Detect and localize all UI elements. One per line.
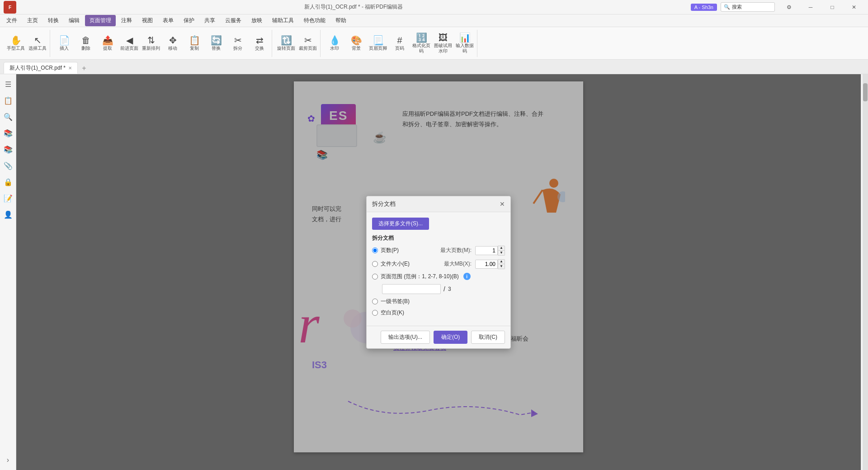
menu-share[interactable]: 共享 [200,15,220,26]
sidebar-icon-bookmarks[interactable]: 📚 [2,127,14,139]
menu-cloud[interactable]: 云服务 [221,15,246,26]
sidebar-expand-button[interactable]: › [2,454,14,466]
max-pages-up[interactable]: ▲ [498,246,505,251]
insert-label: 插入 [60,46,69,51]
max-pages-input[interactable]: ▲ ▼ [475,246,505,256]
menu-view[interactable]: 视图 [137,15,157,26]
select-files-button[interactable]: 选择更多文件(S)... [372,218,429,230]
crop-icon: ✂ [304,36,312,45]
move-button[interactable]: ✥ 移动 [162,31,183,56]
format-pagenum-button[interactable]: 🔢 格式化页码 [411,31,432,56]
copy-button[interactable]: 📋 复制 [184,31,205,56]
max-mb-input[interactable]: ▲ ▼ [475,259,505,269]
sidebar-icon-attachments[interactable]: 📎 [2,159,14,172]
menu-help[interactable]: 帮助 [331,15,351,26]
forward-button[interactable]: ◀ 前进页面 [119,31,140,56]
replace-button[interactable]: 🔄 替换 [206,31,226,56]
tab-main[interactable]: 新人引导(1)_OCR.pdf * ✕ [4,62,78,74]
delete-button[interactable]: 🗑 删除 [75,31,96,56]
menu-features[interactable]: 特色功能 [299,15,330,26]
search-box[interactable]: 🔍 搜索 [721,2,775,12]
radio-filesize[interactable] [372,261,378,267]
page-total: 3 [448,286,451,292]
radio-bookmark-row: 一级书签(B) [372,298,505,305]
output-options-button[interactable]: 输出选项(U)... [381,331,430,344]
sidebar-icon-pages[interactable]: 📋 [2,94,14,107]
search-label: 搜索 [732,4,742,10]
menu-form[interactable]: 表单 [158,15,178,26]
rotate-button[interactable]: 🔃 旋转页面 [276,31,297,56]
menu-protect[interactable]: 保护 [179,15,199,26]
app-logo: F [4,1,16,14]
dialog-footer: 输出选项(U)... 确定(O) 取消(C) [367,326,510,348]
tool-group-pages: 📄 插入 🗑 删除 📤 提取 ◀ 前进页面 ⇅ 重新排列 ✥ 移动 📋 复制 🔄 [52,30,272,57]
scrollbar[interactable] [863,74,868,470]
radio-blankpage-row: 空白页(K) [372,309,505,317]
sidebar-icon-comments[interactable]: 📝 [2,192,14,204]
tab-title: 新人引导(1)_OCR.pdf * [9,64,66,72]
menu-present[interactable]: 放映 [247,15,267,26]
settings-icon[interactable]: ⚙ [778,1,799,14]
swap-button[interactable]: ⇄ 交换 [249,31,270,56]
split-button[interactable]: ✂ 拆分 [227,31,248,56]
scroll-thumb[interactable] [863,83,868,101]
headerfooter-label: 页眉页脚 [369,46,387,51]
max-pages-down[interactable]: ▼ [498,251,505,256]
sidebar-icon-user[interactable]: 👤 [2,208,14,221]
max-pages-label: 最大页数(M): [435,247,472,254]
max-mb-down[interactable]: ▼ [498,264,505,269]
sidebar-left: ☰ 📋 🔍 📚 📚 📎 🔒 📝 👤 › [0,74,16,470]
split-label: 拆分 [233,46,242,51]
watermark-button[interactable]: 💧 水印 [324,31,345,56]
page-range-row: / 3 [382,284,505,294]
maximize-button[interactable]: □ [822,1,843,14]
minimize-button[interactable]: ─ [800,1,821,14]
headerfooter-button[interactable]: 📃 页眉页脚 [368,31,388,56]
trial-watermark-button[interactable]: 🖼 图破试用水印 [433,31,453,56]
dialog-close-button[interactable]: ✕ [500,200,505,208]
close-button[interactable]: ✕ [844,1,864,14]
menu-comment[interactable]: 注释 [117,15,137,26]
radio-bookmark-label: 一级书签(B) [381,298,410,305]
radio-bookmark[interactable] [372,299,378,304]
page-range-input[interactable] [382,284,441,294]
insert-button[interactable]: 📄 插入 [54,31,75,56]
radio-blankpage[interactable] [372,310,378,316]
reorder-button[interactable]: ⇅ 重新排列 [141,31,161,56]
max-mb-up[interactable]: ▲ [498,259,505,264]
window-controls: ⚙ ─ □ ✕ [778,1,864,14]
menu-edit[interactable]: 编辑 [64,15,84,26]
radio-pages-label: 页数(P) [381,247,399,254]
max-mb-row: 最大MB(X): ▲ ▼ [435,259,505,269]
user-badge: A - Sh3n [691,4,717,11]
pagenum-button[interactable]: # 页码 [389,31,410,56]
sidebar-icon-menu[interactable]: ☰ [2,78,14,90]
rotate-label: 旋转页面 [277,46,295,51]
radio-pagerange[interactable] [372,274,378,280]
tool-group-select: ✋ 手型工具 ↖ 选择工具 [4,30,50,57]
cancel-button[interactable]: 取消(C) [471,331,505,344]
background-button[interactable]: 🎨 背景 [346,31,367,56]
sidebar-icon-layers[interactable]: 📚 [2,143,14,156]
sidebar-icon-security[interactable]: 🔒 [2,176,14,188]
menu-pages[interactable]: 页面管理 [85,15,116,26]
crop-button[interactable]: ✂ 裁剪页面 [297,31,318,56]
ok-button[interactable]: 确定(O) [434,331,467,344]
max-pages-value[interactable] [475,246,498,255]
tab-add-button[interactable]: + [79,63,90,74]
menu-assist[interactable]: 辅助工具 [268,15,298,26]
select-tool-button[interactable]: ↖ 选择工具 [27,31,48,56]
radio-pages[interactable] [372,247,378,253]
menu-convert[interactable]: 转换 [43,15,63,26]
sidebar-icon-search[interactable]: 🔍 [2,110,14,123]
info-icon[interactable]: i [463,273,471,280]
input-code-button[interactable]: 📊 输入数据码 [454,31,475,56]
menu-file[interactable]: 文件 [2,15,22,26]
reorder-label: 重新排列 [142,46,160,51]
max-mb-value[interactable] [475,260,498,269]
hand-tool-button[interactable]: ✋ 手型工具 [5,31,26,56]
tab-close-button[interactable]: ✕ [68,66,72,71]
hand-label: 手型工具 [7,46,25,51]
menu-home[interactable]: 主页 [23,15,42,26]
extract-button[interactable]: 📤 提取 [97,31,118,56]
